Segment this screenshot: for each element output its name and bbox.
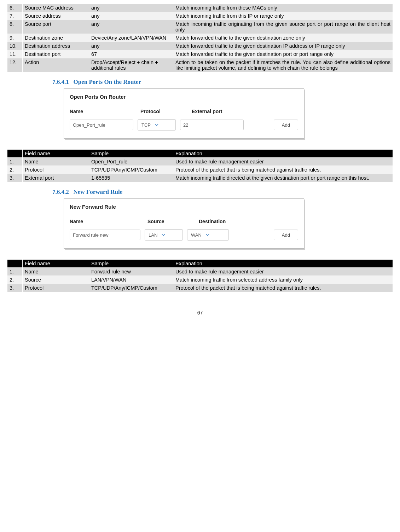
cell-num: 6. bbox=[7, 4, 23, 12]
header-field: Field name bbox=[23, 260, 89, 268]
table-row: 12.ActionDrop/Accept/Reject + chain + ad… bbox=[7, 58, 393, 72]
table-row: 2.ProtocolTCP/UDP/Any/ICMP/CustomProtoco… bbox=[7, 166, 393, 174]
label-name: Name bbox=[70, 109, 140, 114]
table-row: 3.External port1-65535Match incoming tra… bbox=[7, 174, 393, 182]
protocol-select[interactable]: TCP bbox=[138, 119, 176, 131]
external-port-input[interactable] bbox=[180, 120, 244, 130]
panel-title: Open Ports On Router bbox=[70, 94, 298, 105]
add-button[interactable]: Add bbox=[274, 230, 298, 240]
label-protocol: Protocol bbox=[140, 109, 192, 114]
chevron-down-icon bbox=[161, 232, 166, 237]
table-row: 9.Destination zoneDevice/Any zone/LAN/VP… bbox=[7, 34, 393, 42]
destination-value: WAN bbox=[191, 232, 202, 238]
section-heading-new-forward: 7.6.4.2 New Forward Rule bbox=[52, 189, 393, 196]
new-forward-fields-table: Field nameSampleExplanation 1.NameForwar… bbox=[7, 259, 393, 292]
section-heading-open-ports: 7.6.4.1 Open Ports On the Router bbox=[52, 79, 393, 86]
table-row: 3.ProtocolTCP/UDP/Any/ICMP/CustomProtoco… bbox=[7, 284, 393, 292]
chevron-down-icon bbox=[205, 232, 210, 237]
section-number: 7.6.4.1 bbox=[52, 79, 69, 85]
header-field: Field name bbox=[23, 150, 89, 158]
table-row: 1.NameOpen_Port_ruleUsed to make rule ma… bbox=[7, 158, 393, 166]
header-explanation: Explanation bbox=[173, 150, 393, 158]
traffic-rules-table: 6.Source MAC addressanyMatch incoming tr… bbox=[7, 4, 393, 72]
table-row: 11.Destination port67Match forwarded tra… bbox=[7, 50, 393, 58]
panel-row: LAN WAN Add bbox=[70, 229, 298, 241]
label-destination: Destination bbox=[199, 219, 226, 224]
name-input[interactable] bbox=[70, 120, 133, 130]
table-row: 1.NameForward rule newUsed to make rule … bbox=[7, 268, 393, 276]
table-row: 7.Source addressanyMatch incoming traffi… bbox=[7, 12, 393, 20]
section-number: 7.6.4.2 bbox=[52, 189, 69, 195]
protocol-value: TCP bbox=[141, 122, 151, 128]
cell-possible: any bbox=[89, 4, 173, 12]
new-forward-panel: New Forward Rule Name Source Destination… bbox=[64, 198, 304, 249]
open-ports-panel: Open Ports On Router Name Protocol Exter… bbox=[64, 88, 304, 139]
header-sample: Sample bbox=[89, 150, 173, 158]
label-name: Name bbox=[70, 219, 147, 224]
label-source: Source bbox=[147, 219, 199, 224]
table-row: 10.Destination addressanyMatch forwarded… bbox=[7, 42, 393, 50]
table-row: 8.Source portanyMatch incoming traffic o… bbox=[7, 20, 393, 34]
panel-labels: Name Source Destination bbox=[70, 219, 298, 224]
header-sample: Sample bbox=[89, 260, 173, 268]
source-value: LAN bbox=[149, 232, 157, 238]
panel-title: New Forward Rule bbox=[70, 204, 298, 215]
name-input[interactable] bbox=[70, 230, 140, 240]
cell-desc: Match incoming traffic from these MACs o… bbox=[173, 4, 393, 12]
label-external-port: External port bbox=[192, 109, 222, 114]
panel-row: TCP Add bbox=[70, 119, 298, 131]
panel-labels: Name Protocol External port bbox=[70, 109, 298, 114]
source-select[interactable]: LAN bbox=[145, 229, 183, 241]
table-header-row: Field nameSampleExplanation bbox=[7, 150, 393, 158]
header-explanation: Explanation bbox=[173, 260, 393, 268]
chevron-down-icon bbox=[154, 122, 159, 127]
table-header-row: Field nameSampleExplanation bbox=[7, 260, 393, 268]
open-ports-fields-table: Field nameSampleExplanation 1.NameOpen_P… bbox=[7, 149, 393, 182]
table-row: 2.SourceLAN/VPN/WANMatch incoming traffi… bbox=[7, 276, 393, 284]
table-row: 6.Source MAC addressanyMatch incoming tr… bbox=[7, 4, 393, 12]
add-button[interactable]: Add bbox=[274, 120, 298, 130]
destination-select[interactable]: WAN bbox=[187, 229, 229, 241]
section-title: New Forward Rule bbox=[74, 189, 123, 195]
page-number: 67 bbox=[7, 310, 393, 316]
cell-field: Source MAC address bbox=[23, 4, 89, 12]
section-title: Open Ports On the Router bbox=[74, 79, 141, 85]
